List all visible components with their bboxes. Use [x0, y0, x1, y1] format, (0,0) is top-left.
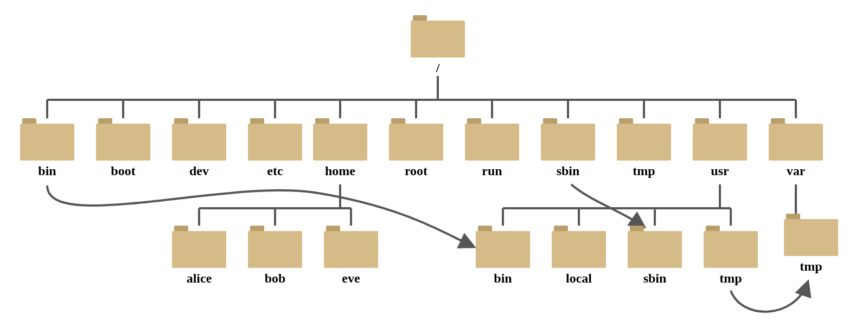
folder-icon [248, 226, 302, 268]
folder-label: root [389, 164, 443, 178]
folder-icon [411, 15, 465, 57]
folder-label: bin [20, 164, 74, 178]
folder-node-var: var [769, 118, 823, 178]
folder-icon [476, 226, 530, 268]
folder-label: / [411, 61, 465, 75]
folder-node-alice: alice [172, 226, 226, 286]
folder-icon [693, 118, 747, 161]
folder-node-dev: dev [172, 118, 226, 178]
folder-icon [96, 118, 150, 161]
folder-label: alice [172, 271, 226, 286]
folder-label: var [769, 164, 823, 178]
folder-label: boot [96, 164, 150, 178]
folder-icon [313, 118, 367, 161]
folder-icon [552, 226, 606, 268]
folder-node-usrbin: bin [476, 226, 530, 286]
folder-label: usr [693, 164, 747, 178]
folder-label: bin [476, 271, 530, 286]
folder-node-usrlocal: local [552, 226, 606, 286]
folder-icon [769, 118, 823, 161]
folder-icon [389, 118, 443, 161]
folder-node-bob: bob [248, 226, 302, 286]
folder-node-tmp: tmp [617, 118, 671, 178]
folder-icon [617, 118, 671, 161]
folder-node-root: / [411, 15, 465, 75]
folder-icon [324, 226, 378, 268]
folder-label: dev [172, 164, 226, 178]
filesystem-diagram: /binbootdevetchomerootrunsbintmpusrvaral… [0, 0, 868, 333]
folder-icon [20, 118, 74, 161]
folder-label: eve [324, 271, 378, 286]
folder-icon [248, 118, 302, 161]
folder-node-sbin: sbin [541, 118, 595, 178]
folder-label: home [313, 164, 367, 178]
folder-icon [465, 118, 519, 161]
folder-label: run [465, 164, 519, 178]
folder-node-etc: etc [248, 118, 302, 178]
folder-node-usrtmp: tmp [704, 226, 758, 286]
folder-label: local [552, 271, 606, 286]
folder-icon [628, 226, 682, 268]
folder-icon [784, 214, 838, 256]
folder-node-usr: usr [693, 118, 747, 178]
arrow-sbin-to-usrsbin [571, 184, 644, 227]
folder-label: tmp [617, 164, 671, 178]
folder-node-eve: eve [324, 226, 378, 286]
folder-node-rootdir: root [389, 118, 443, 178]
folder-label: bob [248, 271, 302, 286]
folder-node-home: home [313, 118, 367, 178]
folder-label: sbin [628, 271, 682, 286]
folder-icon [704, 226, 758, 268]
folder-node-bin: bin [20, 118, 74, 178]
folder-node-usrsbin: sbin [628, 226, 682, 286]
folder-label: etc [248, 164, 302, 178]
folder-node-run: run [465, 118, 519, 178]
folder-icon [172, 118, 226, 161]
folder-icon [541, 118, 595, 161]
folder-label: sbin [541, 164, 595, 178]
folder-node-vartmp: tmp [784, 214, 838, 274]
folder-icon [172, 226, 226, 268]
folder-node-boot: boot [96, 118, 150, 178]
folder-label: tmp [784, 259, 838, 274]
arrow-usrtmp-to-vartmp [731, 282, 808, 312]
folder-label: tmp [704, 271, 758, 286]
